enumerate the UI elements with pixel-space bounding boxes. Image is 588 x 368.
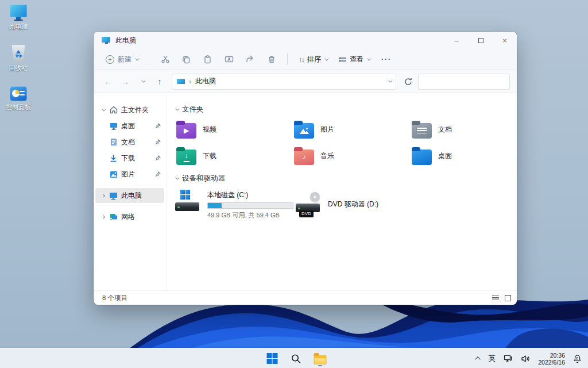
folder-label: 下载 [203,151,216,161]
toolbar-separator [149,53,149,65]
sort-icon: ↑↓ [299,55,304,64]
chevron-right-icon [100,214,105,218]
titlebar[interactable]: 此电脑 – × [94,32,517,49]
sidebar-item-this-pc[interactable]: 此电脑 [95,188,164,203]
tray-date: 2022/6/16 [538,359,565,366]
volume-tray-button[interactable] [518,351,533,367]
maximize-button[interactable] [469,32,493,49]
taskbar-file-explorer-button[interactable] [311,350,330,367]
taskbar-clock[interactable]: 20:36 2022/6/16 [535,351,568,367]
dvd-drive-icon: DVD [296,192,321,217]
breadcrumb[interactable]: 此电脑 [195,76,216,86]
chevron-down-icon [141,79,145,83]
folder-label: 图片 [320,125,334,135]
search-box[interactable] [418,74,510,90]
recent-locations-button[interactable] [135,74,150,89]
speaker-icon [521,355,530,363]
plus-icon: + [106,55,114,64]
new-button[interactable]: + 新建 [100,51,143,68]
minimize-button[interactable]: – [444,32,469,49]
share-button[interactable] [240,51,260,68]
tray-time: 20:36 [550,352,565,359]
breadcrumb-separator: › [189,78,191,86]
taskbar-search-button[interactable] [287,350,306,367]
pin-icon [155,171,161,177]
drive-name: DVD 驱动器 (D:) [328,200,378,209]
pin-icon [155,155,161,161]
start-button[interactable] [262,350,282,367]
sidebar-item-label: 文档 [121,137,135,147]
section-devices[interactable]: 设备和驱动器 [175,174,517,183]
chevron-down-icon [324,56,328,60]
network-icon [109,213,118,221]
view-label: 查看 [350,55,363,64]
location-icon [177,79,185,84]
folder-tile-desktop[interactable]: 桌面 [411,147,517,166]
drive-tile-c[interactable]: 本地磁盘 (C:) 49.9 GB 可用, 共 59.4 GB [175,189,293,220]
collapse-icon [175,176,179,180]
desktop-icon-recycle-bin[interactable]: 回收站 [1,45,36,72]
this-pc-icon [10,5,27,21]
folder-tile-music[interactable]: ♪ 音乐 [293,147,411,166]
documents-folder-icon [412,123,432,139]
folder-tile-downloads[interactable]: ↓ 下载 [175,147,293,166]
picture-icon [109,170,118,179]
folder-tile-documents[interactable]: 文档 [411,120,517,139]
sidebar-item-desktop[interactable]: 桌面 [95,118,164,133]
ime-indicator[interactable]: 英 [486,351,499,367]
cut-button[interactable] [155,51,175,68]
drive-tile-dvd[interactable]: DVD DVD 驱动器 (D:) [296,189,413,220]
window-app-icon [102,37,111,44]
address-bar[interactable]: › 此电脑 [172,74,396,90]
drive-name: 本地磁盘 (C:) [207,190,293,200]
sidebar-item-home[interactable]: 主文件夹 [95,102,164,117]
more-button[interactable]: ··· [376,52,397,67]
downloads-folder-icon: ↓ [176,150,196,165]
navigation-pane: 主文件夹 桌面 文档 [94,93,167,290]
folder-tile-videos[interactable]: ▶ 视频 [175,120,293,139]
sidebar-item-network[interactable]: 网络 [95,209,164,224]
desktop-icon-label: 回收站 [9,64,28,72]
close-button[interactable]: × [493,32,517,49]
computer-icon [109,191,118,200]
folder-tile-pictures[interactable]: 图片 [293,120,411,139]
paste-button[interactable] [198,51,218,68]
dvd-badge: DVD [299,210,314,217]
rename-button[interactable] [219,51,239,68]
copy-button[interactable] [176,51,196,68]
file-explorer-window: 此电脑 – × + 新建 ↑↓ [94,32,517,305]
large-icons-view-icon[interactable] [505,295,511,301]
network-tray-button[interactable] [501,351,516,367]
back-button[interactable]: ← [100,74,115,89]
search-input[interactable] [423,78,512,86]
chevron-down-icon [367,56,371,60]
document-icon [109,138,118,147]
sort-button[interactable]: ↑↓ 排序 [293,51,332,68]
sidebar-item-pictures[interactable]: 图片 [95,167,164,182]
refresh-button[interactable] [401,74,416,89]
chevron-right-icon [100,193,105,197]
address-row: ← → ↑ › 此电脑 [94,70,517,93]
sidebar-item-documents[interactable]: 文档 [95,135,164,150]
up-button[interactable]: ↑ [152,74,167,89]
section-label: 设备和驱动器 [182,174,225,183]
system-tray: 英 20:36 2022/6/16 [474,348,585,368]
delete-button[interactable] [261,51,281,68]
desktop-icon-this-pc[interactable]: 此电脑 [1,5,36,31]
forward-button[interactable]: → [118,74,133,89]
window-title: 此电脑 [115,36,136,45]
address-dropdown-icon[interactable] [388,79,392,83]
capacity-text: 49.9 GB 可用, 共 59.4 GB [207,211,293,220]
notification-icon [573,354,582,363]
view-button[interactable]: 查看 [334,51,375,68]
collapse-icon [175,107,179,111]
section-folders[interactable]: 文件夹 [175,105,517,114]
details-view-icon[interactable] [492,296,499,301]
desktop-icon-list: 此电脑 回收站 控制面板 [1,5,36,112]
desktop-folder-icon [412,150,432,165]
sidebar-item-label: 网络 [121,212,135,222]
sidebar-item-downloads[interactable]: 下载 [95,151,164,166]
notification-center-button[interactable] [570,351,585,367]
desktop-icon-control-panel[interactable]: 控制面板 [1,86,36,112]
hidden-icons-button[interactable] [474,351,483,367]
